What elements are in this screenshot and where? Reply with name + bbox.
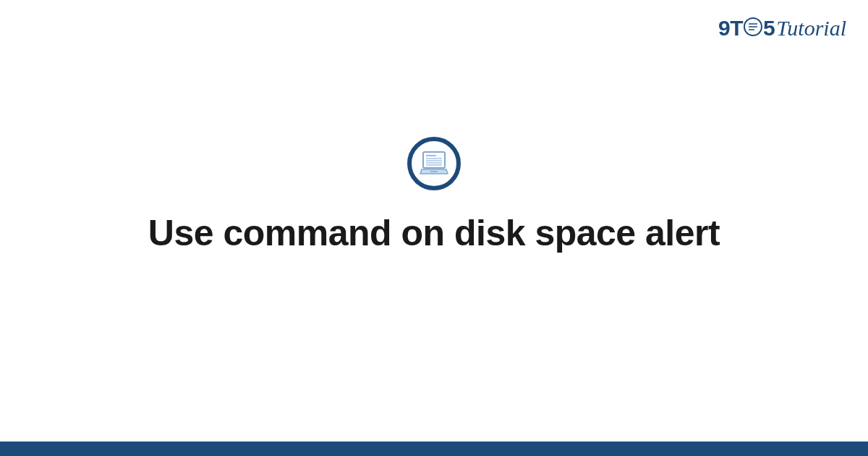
logo-text-tutorial: Tutorial xyxy=(776,16,846,41)
page-title: Use command on disk space alert xyxy=(148,212,720,254)
logo-text-9t: 9T xyxy=(718,16,743,41)
main-content: Use command on disk space alert xyxy=(0,0,868,456)
logo-text-5: 5 xyxy=(763,16,775,41)
site-logo[interactable]: 9T 5 Tutorial xyxy=(718,16,846,41)
bottom-accent-bar xyxy=(0,442,868,456)
svg-rect-3 xyxy=(423,152,445,168)
logo-lines-icon xyxy=(748,23,758,30)
laptop-icon xyxy=(419,151,449,177)
laptop-icon-circle xyxy=(407,137,461,190)
logo-circle-icon xyxy=(744,17,762,36)
